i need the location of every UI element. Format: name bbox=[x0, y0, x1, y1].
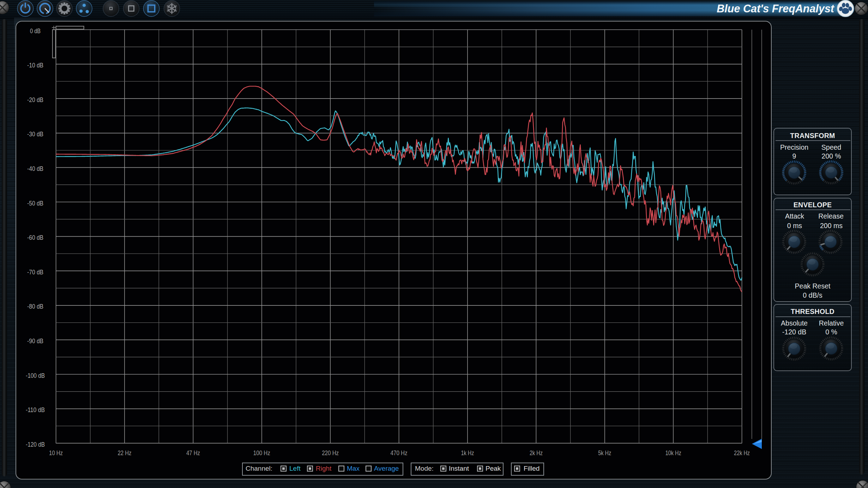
svg-text:2k Hz: 2k Hz bbox=[530, 450, 543, 457]
svg-text:470 Hz: 470 Hz bbox=[391, 450, 408, 457]
svg-text:100 Hz: 100 Hz bbox=[253, 450, 270, 457]
svg-text:220 Hz: 220 Hz bbox=[322, 450, 339, 457]
svg-text:22 Hz: 22 Hz bbox=[118, 450, 132, 457]
svg-text:10k Hz: 10k Hz bbox=[665, 450, 681, 457]
svg-text:-60 dB: -60 dB bbox=[27, 234, 43, 241]
svg-text:-40 dB: -40 dB bbox=[27, 165, 43, 172]
svg-text:-90 dB: -90 dB bbox=[27, 338, 43, 345]
svg-text:10 Hz: 10 Hz bbox=[49, 450, 63, 457]
svg-text:-20 dB: -20 dB bbox=[27, 96, 43, 103]
svg-text:-80 dB: -80 dB bbox=[27, 303, 43, 310]
svg-text:-110 dB: -110 dB bbox=[26, 406, 45, 413]
svg-text:22k Hz: 22k Hz bbox=[734, 450, 750, 457]
svg-text:-10 dB: -10 dB bbox=[27, 62, 43, 69]
svg-text:-50 dB: -50 dB bbox=[27, 200, 43, 207]
svg-text:-100 dB: -100 dB bbox=[26, 372, 45, 379]
svg-text:-30 dB: -30 dB bbox=[27, 131, 43, 138]
svg-text:1k Hz: 1k Hz bbox=[461, 450, 474, 457]
svg-text:0 dB: 0 dB bbox=[30, 28, 41, 35]
svg-text:47 Hz: 47 Hz bbox=[186, 450, 200, 457]
svg-text:-70 dB: -70 dB bbox=[27, 269, 43, 276]
svg-text:-120 dB: -120 dB bbox=[26, 441, 45, 448]
svg-text:5k Hz: 5k Hz bbox=[598, 450, 611, 457]
